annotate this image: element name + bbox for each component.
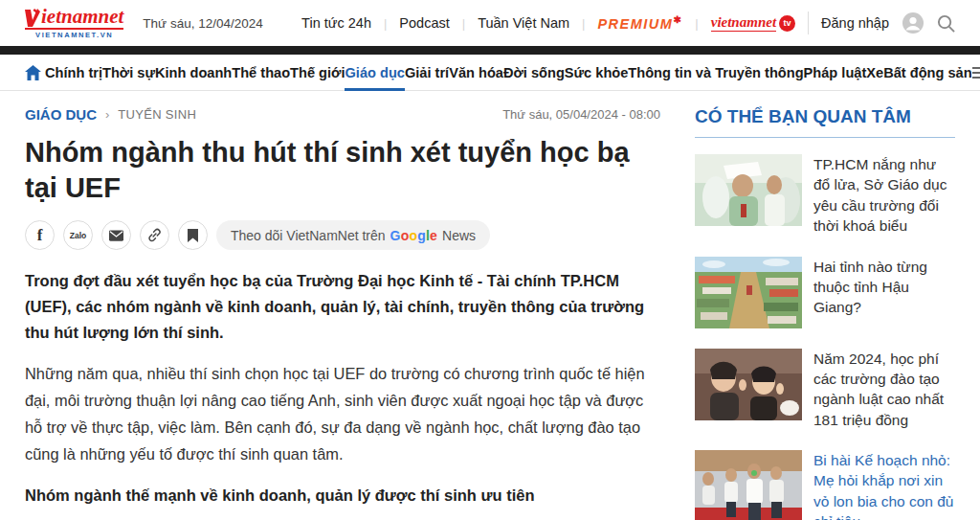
top-header: ietnamnet VIETNAMNET.VN Thứ sáu, 12/04/2… bbox=[0, 0, 980, 46]
link-tin-tuc-24h[interactable]: Tin tức 24h bbox=[301, 15, 371, 31]
article-thumbnail-image bbox=[695, 450, 802, 520]
nav-item-doi-song[interactable]: Đời sống bbox=[503, 55, 565, 90]
premium-star-icon: ✱ bbox=[673, 14, 682, 25]
facebook-share-button[interactable]: f bbox=[25, 220, 55, 250]
zalo-icon: Zalo bbox=[70, 231, 86, 240]
sidebar-article-title[interactable]: Hai tỉnh nào từng thuộc tỉnh Hậu Giang? bbox=[813, 257, 955, 328]
sidebar-article-item[interactable]: Hai tỉnh nào từng thuộc tỉnh Hậu Giang? bbox=[695, 257, 955, 328]
article-datetime: Thứ sáu, 05/04/2024 - 08:00 bbox=[502, 107, 660, 122]
nav-item-chinh-tri[interactable]: Chính trị bbox=[45, 55, 102, 90]
follow-text: Theo dõi VietNamNet trên bbox=[231, 228, 386, 243]
nav-item-giai-tri[interactable]: Giải trí bbox=[405, 55, 449, 90]
nav-item-suc-khoe[interactable]: Sức khỏe bbox=[565, 55, 629, 90]
facebook-icon: f bbox=[37, 226, 43, 245]
link-icon bbox=[147, 228, 162, 242]
article-subheading: Nhóm ngành thế mạnh về kinh doanh, quản … bbox=[25, 486, 660, 505]
article-column: GIÁO DỤC › TUYỂN SINH Thứ sáu, 05/04/202… bbox=[25, 104, 695, 520]
divider: | bbox=[695, 16, 698, 31]
premium-link[interactable]: PREMIUM✱ bbox=[597, 14, 682, 32]
nav-item-thong-tin-truyen-thong[interactable]: Thông tin và Truyền thông bbox=[628, 55, 803, 90]
sidebar-article-item[interactable]: Bi hài Kế hoạch nhỏ: Mẹ hỏi khắp nơi xin… bbox=[695, 450, 955, 520]
sidebar-article-title[interactable]: Năm 2024, học phí các trường đào tạo ngà… bbox=[813, 349, 955, 431]
top-dark-strip bbox=[0, 46, 980, 55]
divider: | bbox=[462, 16, 465, 31]
menu-hamburger-icon[interactable] bbox=[972, 55, 980, 90]
envelope-icon bbox=[109, 230, 123, 241]
bookmark-icon bbox=[188, 229, 198, 242]
divider: | bbox=[582, 16, 585, 31]
bookmark-button[interactable] bbox=[178, 220, 208, 250]
sidebar-article-item[interactable]: TP.HCM nắng như đổ lửa, Sở Giáo dục yêu … bbox=[695, 154, 955, 237]
nav-item-bat-dong-san[interactable]: Bất động sản bbox=[883, 55, 971, 90]
login-link[interactable]: Đăng nhập bbox=[821, 15, 889, 31]
nav-item-phap-luat[interactable]: Pháp luật bbox=[804, 55, 867, 90]
nav-item-giao-duc-active[interactable]: Giáo dục bbox=[345, 55, 404, 90]
google-news-label: News bbox=[442, 228, 476, 243]
article-thumbnail-image bbox=[695, 349, 802, 420]
tv-badge-icon: tv bbox=[779, 15, 795, 32]
nav-item-van-hoa[interactable]: Văn hóa bbox=[449, 55, 503, 90]
logo-v-icon bbox=[25, 9, 40, 27]
nav-item-the-gioi[interactable]: Thế giới bbox=[290, 55, 345, 90]
breadcrumb-separator-icon: › bbox=[105, 107, 109, 122]
avatar-icon[interactable] bbox=[902, 11, 924, 34]
nav-item-kinh-doanh[interactable]: Kinh doanh bbox=[155, 55, 232, 90]
main-navigation: Chính trị Thời sự Kinh doanh Thể thao Th… bbox=[0, 55, 980, 91]
email-share-button[interactable] bbox=[101, 220, 131, 250]
article-thumbnail-image bbox=[695, 257, 802, 328]
copy-link-button[interactable] bbox=[140, 220, 169, 250]
related-sidebar: CÓ THỂ BẠN QUAN TÂM TP.HCM nắng như đổ l… bbox=[695, 104, 955, 520]
nav-item-xe[interactable]: Xe bbox=[866, 55, 883, 90]
link-podcast[interactable]: Podcast bbox=[399, 15, 449, 31]
breadcrumb: GIÁO DỤC › TUYỂN SINH Thứ sáu, 05/04/202… bbox=[25, 106, 660, 123]
vietnamnet-tv-logo[interactable]: vietnamnet tv bbox=[711, 14, 795, 32]
article-thumbnail-image bbox=[695, 154, 802, 226]
breadcrumb-section[interactable]: GIÁO DỤC bbox=[25, 106, 97, 123]
zalo-share-button[interactable]: Zalo bbox=[63, 220, 93, 250]
sidebar-article-title[interactable]: Bi hài Kế hoạch nhỏ: Mẹ hỏi khắp nơi xin… bbox=[813, 450, 955, 520]
divider: | bbox=[384, 16, 387, 31]
vietnamnet-logo[interactable]: ietnamnet VIETNAMNET.VN bbox=[25, 7, 123, 39]
divider bbox=[808, 11, 809, 34]
sidebar-heading: CÓ THỂ BẠN QUAN TÂM bbox=[695, 106, 955, 138]
sidebar-article-title[interactable]: TP.HCM nắng như đổ lửa, Sở Giáo dục yêu … bbox=[813, 154, 955, 237]
article-lead: Trong đợt đầu xét tuyển học bạ của Trườn… bbox=[25, 268, 660, 345]
nav-item-the-thao[interactable]: Thể thao bbox=[232, 55, 290, 90]
logo-subtext: VIETNAMNET.VN bbox=[35, 31, 113, 39]
article-paragraph: Những năm qua, nhiều thí sinh chọn học t… bbox=[25, 361, 660, 468]
link-tuan-viet-nam[interactable]: Tuần Việt Nam bbox=[478, 15, 569, 31]
home-icon[interactable] bbox=[25, 55, 41, 90]
header-date: Thứ sáu, 12/04/2024 bbox=[143, 16, 262, 31]
logo-text: ietnamnet bbox=[41, 7, 123, 27]
sidebar-article-item[interactable]: Năm 2024, học phí các trường đào tạo ngà… bbox=[695, 349, 955, 431]
article-title: Nhóm ngành thu hút thí sinh xét tuyển họ… bbox=[25, 135, 660, 206]
breadcrumb-subsection[interactable]: TUYỂN SINH bbox=[118, 107, 196, 122]
social-share-row: f Zalo Theo dõi V bbox=[25, 220, 660, 250]
google-news-follow-button[interactable]: Theo dõi VietNamNet trên Google News bbox=[216, 220, 490, 250]
google-logo: Google bbox=[390, 228, 437, 243]
nav-item-thoi-su[interactable]: Thời sự bbox=[102, 55, 155, 90]
search-icon[interactable] bbox=[937, 14, 955, 33]
